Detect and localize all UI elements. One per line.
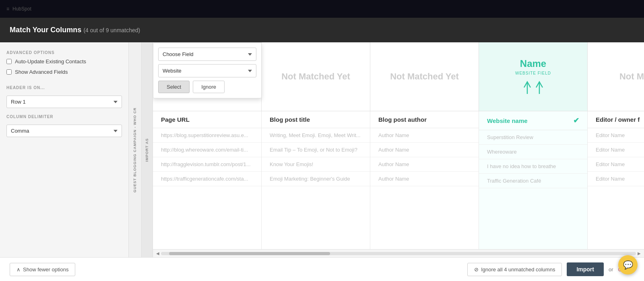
scroll-right-arrow[interactable]: ▶ xyxy=(636,250,642,257)
columns-area: Choose Field Website Email First Name La… xyxy=(153,42,644,257)
column-delimiter-section: COLUMN DELIMITER Comma Tab Semicolon Pip… xyxy=(6,114,122,137)
not-matched-5: Not Mate... xyxy=(619,71,644,82)
ignore-button[interactable]: Ignore xyxy=(193,81,225,93)
col5-cell-2: Editor Name xyxy=(588,143,644,157)
ban-icon: ⊘ xyxy=(474,266,479,273)
col5-cell-3: Editor Name xyxy=(588,157,644,172)
header-is-on-section: HEADER IS ON... Row 1 Row 2 Row 3 xyxy=(6,85,122,108)
col1-cell-2: http://blog.whereoware.com/email-ti... xyxy=(153,143,261,157)
col4-cell-2: Whereoware xyxy=(479,145,587,159)
matched-name: Name xyxy=(520,58,546,69)
scroll-thumb[interactable] xyxy=(169,252,330,255)
matched-subtitle: WEBSITE FIELD xyxy=(515,71,551,75)
modal-title: Match Your Columns xyxy=(10,26,81,34)
col1-cell-1: https://blog.superstitionreview.asu.e... xyxy=(153,128,261,143)
col4-cell-3: I have no idea how to breathe xyxy=(479,159,587,174)
column-5-header: Not Mate... xyxy=(588,42,644,111)
columns-scroll-wrapper: Choose Field Website Email First Name La… xyxy=(153,42,644,257)
campaign-label: GUEST BLOGGING CAMPAIGN - WHO CR xyxy=(133,107,137,192)
show-advanced-row: Show Advanced Fields xyxy=(6,69,122,76)
col2-cell-1: Writing, Meet Emoji. Emoji, Meet Writ... xyxy=(262,128,370,143)
checkmark-icon: ✔ xyxy=(573,116,579,125)
modal: Match Your Columns (4 out of 9 unmatched… xyxy=(0,18,644,281)
show-advanced-label: Show Advanced Fields xyxy=(15,69,68,76)
data-column-5: Editor / owner f Editor Name Editor Name… xyxy=(588,111,644,249)
import-as-label-container: IMPORT AS xyxy=(142,42,153,257)
col4-cell-4: Traffic Generation Café xyxy=(479,174,587,188)
col3-name: Blog post author xyxy=(370,111,479,128)
modal-body: ADVANCED OPTIONS Auto-Update Existing Co… xyxy=(0,42,644,257)
auto-update-label: Auto-Update Existing Contacts xyxy=(15,58,86,65)
import-as-label: IMPORT AS xyxy=(145,138,149,162)
columns-header-row: Choose Field Website Email First Name La… xyxy=(153,42,644,111)
scroll-track[interactable] xyxy=(161,252,636,255)
column-2-header: Not Matched Yet xyxy=(262,42,370,111)
column-delimiter-select[interactable]: Comma Tab Semicolon Pipe xyxy=(6,125,122,137)
col3-cell-4: Author Name xyxy=(370,172,479,186)
show-advanced-checkbox[interactable] xyxy=(6,69,12,75)
scroll-bar-area: ◀ ▶ xyxy=(153,249,644,257)
website-select[interactable]: Website Blog URL xyxy=(158,64,256,77)
rotated-label-container: GUEST BLOGGING CAMPAIGN - WHO CR xyxy=(129,42,142,257)
chat-icon: 💬 xyxy=(623,260,633,270)
sidebar: ADVANCED OPTIONS Auto-Update Existing Co… xyxy=(0,42,129,257)
import-button[interactable]: Import xyxy=(567,262,604,276)
column-1-header: Choose Field Website Email First Name La… xyxy=(153,42,262,111)
arrow-up-icon-2 xyxy=(535,80,544,96)
column-3-header: Not Matched Yet xyxy=(370,42,479,111)
col5-name: Editor / owner f xyxy=(588,111,644,128)
col5-cell-1: Editor Name xyxy=(588,128,644,143)
modal-overlay: Match Your Columns (4 out of 9 unmatched… xyxy=(0,0,644,281)
column-delimiter-title: COLUMN DELIMITER xyxy=(6,114,122,119)
auto-update-checkbox[interactable] xyxy=(6,59,12,64)
auto-update-row: Auto-Update Existing Contacts xyxy=(6,58,122,65)
modal-subtitle: (4 out of 9 unmatched) xyxy=(83,27,140,33)
not-matched-2: Not Matched Yet xyxy=(281,71,350,82)
upload-arrows xyxy=(523,80,544,96)
columns-data-rows: Page URL https://blog.superstitionreview… xyxy=(153,111,644,249)
col2-cell-3: Know Your Emojis! xyxy=(262,157,370,172)
modal-header: Match Your Columns (4 out of 9 unmatched… xyxy=(0,18,644,42)
data-column-3: Blog post author Author Name Author Name… xyxy=(370,111,479,249)
header-row-select[interactable]: Row 1 Row 2 Row 3 xyxy=(6,96,122,108)
show-fewer-button[interactable]: ∧ Show fewer options xyxy=(10,263,75,276)
column-4-header: Name WEBSITE FIELD xyxy=(479,42,588,111)
main-content: GUEST BLOGGING CAMPAIGN - WHO CR IMPORT … xyxy=(129,42,644,257)
advanced-options-title: ADVANCED OPTIONS xyxy=(6,50,122,55)
col5-cell-4: Editor Name xyxy=(588,172,644,186)
not-matched-3: Not Matched Yet xyxy=(390,71,459,82)
chevron-up-icon: ∧ xyxy=(17,266,21,273)
col4-name: Website name ✔ xyxy=(479,111,587,130)
modal-footer: ∧ Show fewer options ⊘ Ignore all 4 unma… xyxy=(0,257,644,281)
col2-cell-4: Emoji Marketing: Beginner's Guide xyxy=(262,172,370,186)
col1-cell-3: http://fragglevision.tumblr.com/post/1..… xyxy=(153,157,261,172)
choose-field-select[interactable]: Choose Field Website Email First Name La… xyxy=(158,48,256,61)
select-button[interactable]: Select xyxy=(158,81,190,93)
col3-cell-1: Author Name xyxy=(370,128,479,143)
col3-cell-2: Author Name xyxy=(370,143,479,157)
advanced-options-section: ADVANCED OPTIONS Auto-Update Existing Co… xyxy=(6,50,122,79)
dropdown-buttons: Select Ignore xyxy=(158,81,256,93)
col2-cell-2: Email Tip – To Emoji, or Not to Emoji? xyxy=(262,143,370,157)
col4-cell-1: Superstition Review xyxy=(479,130,587,145)
data-column-2: Blog post title Writing, Meet Emoji. Emo… xyxy=(262,111,370,249)
data-column-4: Website name ✔ Superstition Review Where… xyxy=(479,111,588,249)
or-text: or xyxy=(609,266,613,273)
dropdown-panel: Choose Field Website Email First Name La… xyxy=(153,42,262,98)
arrow-up-icon xyxy=(523,80,532,96)
scroll-left-arrow[interactable]: ◀ xyxy=(155,250,161,257)
data-column-1: Page URL https://blog.superstitionreview… xyxy=(153,111,262,249)
col1-cell-4: https://trafficgenerationcafe.com/sta... xyxy=(153,172,261,186)
ignore-all-button[interactable]: ⊘ Ignore all 4 unmatched columns xyxy=(467,263,562,276)
chat-bubble[interactable]: 💬 xyxy=(618,255,638,275)
col1-name: Page URL xyxy=(153,111,261,128)
footer-right: ⊘ Ignore all 4 unmatched columns Import … xyxy=(467,262,634,276)
col2-name: Blog post title xyxy=(262,111,370,128)
header-is-on-title: HEADER IS ON... xyxy=(6,85,122,90)
col3-cell-3: Author Name xyxy=(370,157,479,172)
